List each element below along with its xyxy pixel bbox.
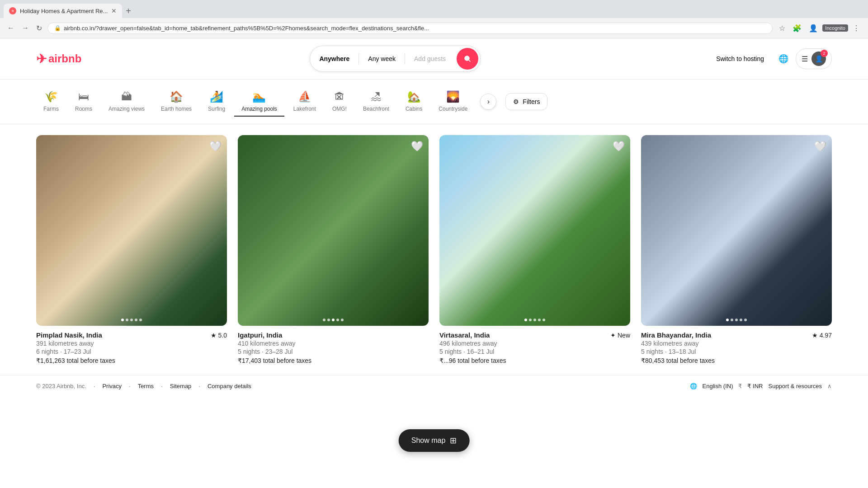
amazing-views-icon: 🏔	[121, 90, 132, 103]
listing-rating-3: ✦ New	[610, 332, 630, 339]
guests-search-btn[interactable]: Add guests	[405, 49, 455, 69]
category-amazing-views[interactable]: 🏔 Amazing views	[101, 87, 152, 117]
search-bar: Anywhere Any week Add guests	[310, 46, 481, 72]
listing-image-wrap-2: 🤍	[238, 135, 429, 326]
extensions-btn[interactable]: 🧩	[790, 22, 804, 34]
language-btn[interactable]: 🌐	[775, 50, 792, 67]
listing-price-1: ₹1,61,263 total before taxes	[36, 357, 227, 364]
earth-homes-label: Earth homes	[161, 106, 192, 112]
category-farms[interactable]: 🌾 Farms	[36, 87, 66, 117]
svg-line-1	[469, 60, 470, 61]
category-rooms[interactable]: 🛏 Rooms	[68, 87, 99, 117]
dot-3-3	[533, 319, 536, 321]
location-search-btn[interactable]: Anywhere	[310, 49, 359, 69]
rating-value-1: 5.0	[218, 332, 227, 339]
tab-close-btn[interactable]: ✕	[111, 7, 117, 14]
listing-card-2[interactable]: 🤍 Igatpuri, India 410 kilometres away 5	[238, 135, 429, 364]
address-bar[interactable]: 🔒 airbnb.co.in/?drawer_open=false&tab_id…	[47, 23, 773, 34]
forward-button[interactable]: →	[20, 22, 31, 34]
listing-image-1	[36, 135, 227, 326]
logo-icon: ✈	[36, 52, 47, 66]
listing-rating-4: ★ 4.97	[812, 332, 832, 339]
back-button[interactable]: ←	[5, 22, 16, 34]
countryside-label: Countryside	[439, 106, 467, 112]
surfing-icon: 🏄	[210, 90, 223, 103]
new-tab-button[interactable]: +	[122, 6, 135, 16]
star-icon-4: ★	[812, 332, 818, 339]
category-beachfront[interactable]: 🏖 Beachfront	[356, 87, 396, 117]
dot-1-3	[130, 319, 133, 321]
listing-card-4[interactable]: 🤍 Mira Bhayandar, India ★ 4.97	[641, 135, 832, 364]
dot-2-1	[323, 319, 326, 321]
footer-company-link[interactable]: Company details	[208, 383, 251, 389]
listing-location-2: Igatpuri, India	[238, 331, 282, 339]
more-btn[interactable]: ⋮	[850, 22, 863, 34]
rooms-label: Rooms	[75, 106, 92, 112]
footer-right: 🌐 English (IN) ₹ ₹ INR Support & resourc…	[690, 383, 832, 389]
reload-button[interactable]: ↻	[34, 22, 44, 34]
footer-sitemap-link[interactable]: Sitemap	[170, 383, 192, 389]
listing-location-row-2: Igatpuri, India	[238, 331, 429, 339]
listing-distance-2: 410 kilometres away	[238, 340, 429, 347]
bookmark-star-btn[interactable]: ☆	[776, 22, 788, 34]
wishlist-btn-1[interactable]: 🤍	[209, 141, 222, 152]
airbnb-logo[interactable]: ✈ airbnb	[36, 52, 81, 66]
tab-bar: ✈ Holiday Homes & Apartment Re... ✕ +	[0, 0, 868, 18]
date-search-btn[interactable]: Any week	[359, 49, 405, 69]
footer-terms-link[interactable]: Terms	[138, 383, 154, 389]
new-icon-3: ✦	[610, 332, 616, 339]
footer-currency-link[interactable]: ₹ INR	[747, 383, 763, 389]
dot-indicators-1	[121, 319, 142, 321]
active-tab[interactable]: ✈ Holiday Homes & Apartment Re... ✕	[4, 4, 122, 18]
countryside-icon: 🌄	[446, 90, 460, 103]
dot-4-4	[740, 319, 742, 321]
listing-location-1: Pimplad Nasik, India	[36, 331, 102, 339]
profile-btn[interactable]: 👤	[806, 22, 821, 34]
dot-1-5	[139, 319, 142, 321]
wishlist-btn-3[interactable]: 🤍	[613, 141, 625, 152]
category-earth-homes[interactable]: 🏠 Earth homes	[154, 87, 199, 117]
show-map-btn[interactable]: Show map ⊞	[399, 429, 470, 452]
dot-indicators-2	[323, 319, 344, 321]
search-submit-btn[interactable]	[457, 48, 478, 70]
footer-left: © 2023 Airbnb, Inc. · Privacy · Terms · …	[36, 383, 251, 389]
amazing-pools-label: Amazing pools	[241, 106, 277, 112]
category-countryside[interactable]: 🌄 Countryside	[431, 87, 475, 117]
wishlist-btn-4[interactable]: 🤍	[814, 141, 826, 152]
earth-homes-icon: 🏠	[170, 90, 183, 103]
footer-support-link[interactable]: Support & resources	[768, 383, 822, 389]
surfing-label: Surfing	[208, 106, 225, 112]
dot-3-1	[524, 319, 527, 321]
rating-value-3: New	[618, 332, 630, 339]
category-amazing-pools[interactable]: 🏊 Amazing pools	[234, 87, 284, 117]
url-text: airbnb.co.in/?drawer_open=false&tab_id=h…	[64, 25, 766, 32]
footer-language-link[interactable]: English (IN)	[703, 383, 733, 389]
category-surfing[interactable]: 🏄 Surfing	[201, 87, 232, 117]
category-nav-next-btn[interactable]: ›	[480, 94, 496, 110]
wishlist-btn-2[interactable]: 🤍	[411, 141, 423, 152]
dot-1-1	[121, 319, 124, 321]
dot-3-2	[529, 319, 532, 321]
toolbar-actions: ☆ 🧩 👤 Incognito ⋮	[776, 22, 863, 34]
listing-rating-1: ★ 5.0	[211, 332, 227, 339]
switch-hosting-btn[interactable]: Switch to hosting	[709, 50, 771, 68]
footer-privacy-link[interactable]: Privacy	[102, 383, 122, 389]
footer-separator-4: ·	[198, 383, 200, 389]
listing-dates-2: 5 nights · 23–28 Jul	[238, 348, 429, 355]
footer-separator-1: ·	[94, 383, 95, 389]
listing-location-3: Virtasaral, India	[439, 331, 490, 339]
listing-image-wrap-3: 🤍	[439, 135, 630, 326]
lakefront-label: Lakefront	[293, 106, 316, 112]
listings-grid: 🤍 Pimplad Nasik, India ★ 5.0	[36, 135, 832, 364]
category-lakefront[interactable]: ⛵ Lakefront	[286, 87, 323, 117]
category-cabins[interactable]: 🏡 Cabins	[398, 87, 429, 117]
filters-btn[interactable]: ⚙ Filters	[505, 93, 547, 110]
category-omg[interactable]: 🏚 OMG!	[325, 87, 354, 117]
user-menu-btn[interactable]: ☰ 👤 2	[796, 48, 832, 69]
lakefront-icon: ⛵	[298, 90, 311, 103]
listing-card-3[interactable]: 🤍 Virtasaral, India ✦ New	[439, 135, 630, 364]
dot-1-4	[135, 319, 137, 321]
footer-copyright: © 2023 Airbnb, Inc.	[36, 383, 86, 389]
listing-card-1[interactable]: 🤍 Pimplad Nasik, India ★ 5.0	[36, 135, 227, 364]
amazing-pools-icon: 🏊	[252, 90, 266, 103]
